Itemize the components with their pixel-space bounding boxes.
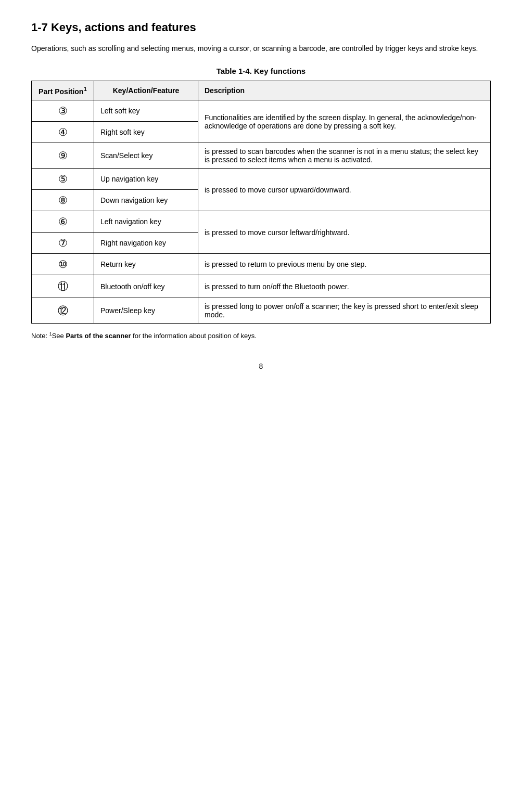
table-row: ⑩ Return key is pressed to return to pre… xyxy=(32,254,491,275)
part-position-cell: ⑦ xyxy=(32,233,94,254)
description-cell: is pressed long to power on/off a scanne… xyxy=(198,298,491,324)
part-position-cell: ③ xyxy=(32,100,94,122)
key-name-cell: Up navigation key xyxy=(94,169,198,190)
part-position-cell: ⑪ xyxy=(32,275,94,298)
header-position: Part Position1 xyxy=(32,81,94,100)
part-position-cell: ⑩ xyxy=(32,254,94,275)
note-paragraph: Note: 1See Parts of the scanner for the … xyxy=(31,331,491,341)
description-cell: is pressed to turn on/off the Bluetooth … xyxy=(198,275,491,298)
part-position-cell: ⑨ xyxy=(32,143,94,169)
table-title: Table 1-4. Key functions xyxy=(31,67,491,75)
key-name-cell: Bluetooth on/off key xyxy=(94,275,198,298)
key-name-cell: Left soft key xyxy=(94,100,198,122)
table-header-row: Part Position1 Key/Action/Feature Descri… xyxy=(32,81,491,100)
key-name-cell: Power/Sleep key xyxy=(94,298,198,324)
part-position-cell: ⑥ xyxy=(32,211,94,233)
part-symbol: ⑪ xyxy=(58,280,68,292)
part-symbol: ⑦ xyxy=(58,237,68,249)
description-cell: Functionalities are identified by the sc… xyxy=(198,100,491,143)
part-symbol: ④ xyxy=(58,126,68,138)
table-row: ⑥ Left navigation key is pressed to move… xyxy=(32,211,491,233)
header-key: Key/Action/Feature xyxy=(94,81,198,100)
part-position-cell: ⑫ xyxy=(32,298,94,324)
key-name-cell: Scan/Select key xyxy=(94,143,198,169)
key-functions-table: Part Position1 Key/Action/Feature Descri… xyxy=(31,81,491,324)
part-symbol: ⑩ xyxy=(58,259,68,270)
table-row: ③ Left soft key Functionalities are iden… xyxy=(32,100,491,122)
intro-paragraph: Operations, such as scrolling and select… xyxy=(31,43,491,54)
page-title: 1-7 Keys, actions and features xyxy=(31,21,491,34)
part-position-cell: ⑤ xyxy=(32,169,94,190)
description-cell: is pressed to move cursor leftward/right… xyxy=(198,211,491,254)
table-row: ⑨ Scan/Select key is pressed to scan bar… xyxy=(32,143,491,169)
part-symbol: ③ xyxy=(58,105,68,117)
part-symbol: ⑨ xyxy=(58,150,68,161)
part-symbol: ⑤ xyxy=(58,173,68,185)
description-cell: is pressed to return to previous menu by… xyxy=(198,254,491,275)
page-number: 8 xyxy=(31,362,491,370)
table-row: ⑤ Up navigation key is pressed to move c… xyxy=(32,169,491,190)
key-name-cell: Down navigation key xyxy=(94,190,198,211)
header-description: Description xyxy=(198,81,491,100)
part-symbol: ⑧ xyxy=(58,195,68,206)
part-symbol: ⑥ xyxy=(58,216,68,227)
key-name-cell: Left navigation key xyxy=(94,211,198,233)
key-name-cell: Return key xyxy=(94,254,198,275)
key-name-cell: Right soft key xyxy=(94,122,198,143)
table-row: ⑫ Power/Sleep key is pressed long to pow… xyxy=(32,298,491,324)
description-cell: is pressed to move cursor upward/downwar… xyxy=(198,169,491,211)
part-symbol: ⑫ xyxy=(58,305,68,316)
table-row: ⑪ Bluetooth on/off key is pressed to tur… xyxy=(32,275,491,298)
key-name-cell: Right navigation key xyxy=(94,233,198,254)
part-position-cell: ⑧ xyxy=(32,190,94,211)
description-cell: is pressed to scan barcodes when the sca… xyxy=(198,143,491,169)
part-position-cell: ④ xyxy=(32,122,94,143)
